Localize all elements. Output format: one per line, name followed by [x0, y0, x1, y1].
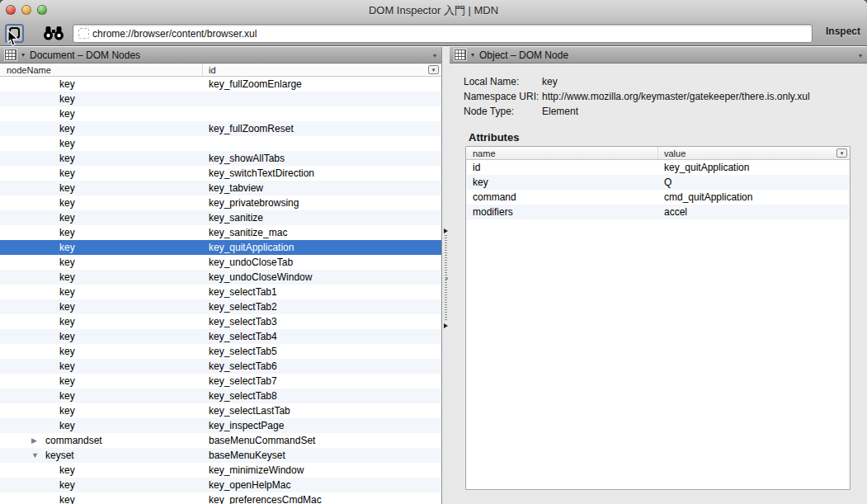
tree-row[interactable]: key key_minimizeWindow — [0, 463, 441, 478]
tree-cell-id: key_minimizeWindow — [203, 464, 441, 476]
tree-row[interactable]: key key_undoCloseWindow — [0, 270, 441, 285]
tree-row[interactable]: key key_sanitize_mac — [0, 225, 441, 240]
tree-cell-nodename: key — [0, 420, 203, 431]
tree-row[interactable]: key — [0, 106, 441, 121]
tree-row[interactable]: key key_undoCloseTab — [0, 255, 441, 270]
panel-menu-icon[interactable]: ▾ — [433, 52, 436, 59]
tree-row[interactable]: keyset baseMenuKeyset — [0, 448, 441, 463]
attribute-row[interactable]: id key_quitApplication — [466, 160, 850, 175]
attribute-row[interactable]: key Q — [466, 175, 850, 190]
tree-row[interactable]: key key_selectTab4 — [0, 329, 441, 344]
tree-row[interactable]: key key_inspectPage — [0, 418, 441, 433]
node-info-row: Local Name: key — [464, 74, 867, 89]
attributes-heading: Attributes — [469, 131, 867, 144]
nodename-text: key — [59, 316, 75, 327]
find-icon[interactable] — [43, 25, 64, 41]
tree-row[interactable]: key key_fullZoomReset — [0, 121, 441, 136]
tree-row[interactable]: key key_privatebrowsing — [0, 195, 441, 210]
tree-cell-id: key_selectTab2 — [203, 301, 441, 313]
object-panel-title: Object – DOM Node — [479, 49, 568, 61]
tree-cell-nodename: key — [0, 227, 203, 238]
viewer-grid-icon[interactable] — [5, 49, 16, 60]
attributes-rows: id key_quitApplication key Q command cmd… — [466, 160, 850, 489]
tree-row[interactable]: key key_fullZoomEnlarge — [0, 77, 441, 92]
tree-cell-id: key_undoCloseTab — [203, 257, 441, 268]
viewer-dropdown-icon[interactable]: ▾ — [21, 51, 25, 59]
attribute-row[interactable]: modifiers accel — [466, 205, 850, 219]
nodename-text: key — [59, 271, 75, 283]
nodename-text: key — [59, 301, 75, 313]
tree-row[interactable]: key key_sanitize — [0, 210, 441, 225]
node-info-row: Node Type: Element — [464, 104, 867, 119]
column-picker-icon[interactable]: ▾ — [428, 65, 439, 74]
tree-row[interactable]: key key_selectTab6 — [0, 359, 441, 374]
tree-cell-id: key_selectTab4 — [203, 331, 441, 342]
nodename-text: key — [59, 212, 75, 224]
tree-row[interactable]: key key_quitApplication — [0, 240, 441, 255]
tree-row[interactable]: key key_openHelpMac — [0, 478, 441, 492]
tree-cell-id: key_selectTab1 — [203, 286, 441, 298]
tree-row[interactable]: key key_switchTextDirection — [0, 166, 441, 181]
viewer-grid-icon[interactable] — [455, 49, 466, 60]
tree-cell-id: key_selectTab7 — [203, 375, 441, 387]
tree-cell-nodename: key — [0, 316, 203, 327]
column-nodename[interactable]: nodeName — [0, 64, 203, 76]
dom-tree: key key_fullZoomEnlarge key key k — [0, 77, 441, 504]
column-attr-name[interactable]: name — [466, 147, 658, 159]
nodename-text: key — [59, 108, 75, 120]
mouse-cursor — [7, 30, 20, 46]
tree-row[interactable]: key key_tabview — [0, 181, 441, 195]
tree-row[interactable]: commandset baseMenuCommandSet — [0, 433, 441, 448]
panel-menu-icon[interactable]: ▾ — [859, 52, 862, 59]
nodename-text: key — [59, 479, 75, 491]
column-id[interactable]: id — [203, 65, 441, 75]
nodename-text: commandset — [45, 435, 102, 446]
document-panel-title: Document – DOM Nodes — [30, 49, 140, 61]
splitter-grippy-icon[interactable] — [445, 235, 447, 322]
tree-row[interactable]: key key_preferencesCmdMac — [0, 492, 441, 504]
tree-row[interactable]: key key_selectTab2 — [0, 299, 441, 314]
twisty-icon[interactable] — [31, 436, 45, 445]
tree-row[interactable]: key key_selectTab8 — [0, 389, 441, 403]
tree-cell-nodename: key — [0, 271, 203, 283]
nodename-text: key — [59, 405, 75, 417]
tree-row[interactable]: key key_showAllTabs — [0, 151, 441, 166]
tree-cell-id: baseMenuCommandSet — [203, 435, 441, 446]
twisty-icon[interactable] — [31, 451, 45, 459]
tree-cell-nodename: key — [0, 331, 203, 342]
info-value: Element — [542, 106, 867, 117]
nodename-text: key — [59, 138, 75, 149]
attribute-name: modifiers — [466, 206, 658, 218]
attribute-row[interactable]: command cmd_quitApplication — [466, 190, 850, 205]
attribute-name: id — [466, 162, 658, 173]
tree-cell-nodename: commandset — [0, 435, 203, 446]
nodename-text: key — [59, 257, 75, 268]
url-input[interactable] — [92, 28, 807, 40]
column-attr-value[interactable]: value — [658, 148, 850, 158]
tree-row[interactable]: key key_selectTab3 — [0, 314, 441, 329]
tree-cell-nodename: key — [0, 167, 203, 179]
column-picker-icon[interactable]: ▾ — [836, 148, 847, 158]
tree-cell-nodename: key — [0, 108, 203, 120]
inspect-button[interactable]: Inspect — [826, 26, 860, 37]
tree-row[interactable]: key key_selectLastTab — [0, 403, 441, 418]
window-title: DOM Inspector 入門 | MDN — [0, 3, 867, 18]
tree-row[interactable]: key — [0, 136, 441, 151]
tree-cell-nodename: key — [0, 123, 203, 134]
document-panel-header: ▾ Document – DOM Nodes ▾ — [0, 47, 441, 64]
attributes-table: name value ▾ id key_quitApplication key — [465, 146, 851, 490]
tree-row[interactable]: key key_selectTab5 — [0, 344, 441, 359]
splitter-grip-dot — [445, 276, 449, 280]
tree-cell-nodename: key — [0, 464, 203, 476]
nodename-text: key — [59, 242, 75, 253]
tree-row[interactable]: key key_selectTab1 — [0, 285, 441, 299]
tree-cell-nodename: key — [0, 153, 203, 164]
panel-splitter[interactable] — [442, 47, 450, 504]
tree-row[interactable]: key key_selectTab7 — [0, 374, 441, 389]
tree-cell-nodename: key — [0, 286, 203, 298]
tree-cell-id: key_sanitize — [203, 212, 441, 224]
titlebar[interactable]: DOM Inspector 入門 | MDN — [0, 0, 867, 20]
viewer-dropdown-icon[interactable]: ▾ — [471, 51, 474, 59]
tree-row[interactable]: key — [0, 92, 441, 106]
tree-cell-id: key_fullZoomReset — [203, 123, 441, 134]
